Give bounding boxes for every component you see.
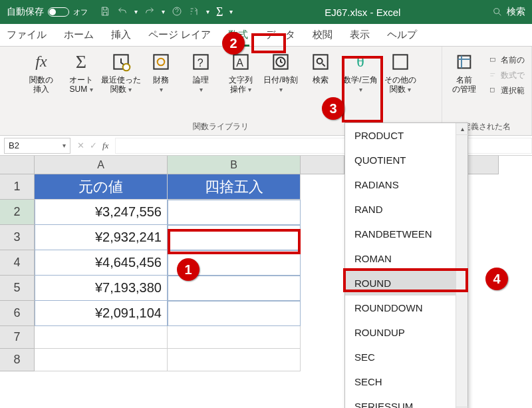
svg-rect-4: [154, 55, 168, 69]
cell-b7[interactable]: [168, 326, 301, 349]
formula-input[interactable]: [115, 138, 532, 154]
dropdown-item-radians[interactable]: RADIANS: [345, 172, 467, 197]
dropdown-item-quotient[interactable]: QUOTIENT: [345, 148, 467, 172]
tab-help[interactable]: ヘルプ: [386, 26, 418, 44]
svg-point-3: [123, 64, 130, 71]
undo-dropdown-icon[interactable]: ▾: [134, 9, 138, 15]
row-header-2[interactable]: 2: [0, 200, 35, 225]
cell-b2[interactable]: [168, 200, 301, 225]
cell-a6[interactable]: ¥2,091,104: [35, 301, 168, 326]
lookup-label: 検索: [313, 76, 329, 85]
autosave-toggle[interactable]: 自動保存 オフ: [7, 6, 88, 18]
qat-customize-icon[interactable]: ▾: [162, 9, 165, 15]
recent-icon: [108, 51, 134, 73]
sort-icon[interactable]: [189, 6, 200, 19]
select-all-corner[interactable]: [0, 156, 35, 174]
save-icon[interactable]: [100, 6, 110, 19]
callout-3: 3: [322, 97, 344, 120]
svg-rect-15: [458, 56, 471, 69]
row-header-3[interactable]: 3: [0, 225, 35, 250]
financial-label: 財務▾: [153, 76, 169, 95]
cell-a4[interactable]: ¥4,645,456: [35, 250, 168, 276]
tab-insert[interactable]: 挿入: [110, 26, 132, 44]
text-button[interactable]: A 文字列 操作 ▾: [223, 51, 259, 95]
search-box[interactable]: 検索: [492, 6, 525, 18]
cell-a7[interactable]: [35, 326, 168, 349]
dropdown-item-sech[interactable]: SECH: [345, 369, 467, 394]
more-icon: [388, 51, 413, 73]
logical-icon: ?: [188, 51, 213, 73]
title-bar: 自動保存 オフ ▾ ▾ ▾ Σ ▾ EJ67.xlsx - Excel 検索: [0, 0, 532, 24]
dropdown-item-seriessum[interactable]: SERIESSUM: [345, 394, 467, 408]
autosave-switch-icon: [48, 7, 69, 17]
tab-view[interactable]: 表示: [348, 26, 371, 44]
dropdown-item-round[interactable]: ROUND: [345, 271, 467, 296]
math-trig-button[interactable]: θ 数学/三角▾: [342, 51, 378, 95]
cancel-icon[interactable]: ✕: [77, 140, 84, 151]
cell-a2[interactable]: ¥3,247,556: [35, 200, 168, 225]
tab-home[interactable]: ホーム: [63, 26, 95, 44]
row-header-5[interactable]: 5: [0, 276, 35, 301]
tab-file[interactable]: ファイル: [5, 26, 48, 44]
col-header-a[interactable]: A: [35, 156, 168, 174]
name-box-dropdown-icon[interactable]: ▾: [63, 142, 66, 149]
fx-button[interactable]: fx: [102, 140, 108, 151]
insert-function-button[interactable]: fx 関数の 挿入: [23, 51, 59, 95]
cell-b3[interactable]: [168, 225, 301, 250]
cell-b1[interactable]: 四捨五入: [168, 174, 301, 200]
clock-icon: [268, 51, 293, 73]
row-header-1[interactable]: 1: [0, 174, 35, 200]
dropdown-item-rounddown[interactable]: ROUNDDOWN: [345, 296, 467, 320]
function-library-group-label: 関数ライブラリ: [193, 120, 249, 134]
lookup-button[interactable]: 検索: [303, 51, 338, 85]
svg-rect-16: [490, 58, 495, 61]
redo-icon[interactable]: [144, 6, 155, 19]
undo-icon[interactable]: [117, 6, 128, 19]
logical-button[interactable]: ? 論理▾: [183, 51, 219, 95]
dropdown-item-randbetween[interactable]: RANDBETWEEN: [345, 222, 467, 246]
row-header-4[interactable]: 4: [0, 250, 35, 276]
help-icon[interactable]: [172, 6, 182, 19]
more-functions-button[interactable]: その他の 関数 ▾: [382, 51, 418, 95]
svg-text:A: A: [236, 57, 243, 69]
use-in-formula-button[interactable]: 数式で: [489, 70, 525, 81]
name-box[interactable]: B2 ▾: [4, 138, 70, 154]
row-header-8[interactable]: 8: [0, 349, 35, 371]
datetime-label: 日付/時刻▾: [263, 76, 297, 95]
svg-point-13: [317, 59, 323, 64]
financial-button[interactable]: 財務▾: [143, 51, 179, 95]
datetime-button[interactable]: 日付/時刻▾: [263, 51, 299, 95]
dropdown-item-roman[interactable]: ROMAN: [345, 246, 467, 271]
scroll-up-icon[interactable]: ▴: [456, 123, 468, 135]
recent-functions-button[interactable]: 最近使った 関数 ▾: [103, 51, 139, 95]
autosum-button[interactable]: Σ オート SUM ▾: [63, 51, 99, 95]
col-header-b[interactable]: B: [168, 156, 301, 174]
sigma-icon[interactable]: Σ: [216, 5, 223, 19]
cell-a5[interactable]: ¥7,193,380: [35, 276, 168, 301]
dropdown-item-rand[interactable]: RAND: [345, 197, 467, 222]
cell-a1[interactable]: 元の値: [35, 174, 168, 200]
sort-dropdown-icon[interactable]: ▾: [206, 9, 209, 15]
row-header-6[interactable]: 6: [0, 301, 35, 326]
dropdown-item-product[interactable]: PRODUCT: [345, 123, 467, 148]
define-name-button[interactable]: 名前の: [489, 55, 525, 66]
tab-data[interactable]: データ: [264, 26, 297, 44]
name-manager-icon: [452, 51, 477, 73]
svg-point-1: [494, 9, 499, 14]
dropdown-item-roundup[interactable]: ROUNDUP: [345, 320, 467, 345]
tab-review[interactable]: 校閲: [311, 26, 334, 44]
cell-b6[interactable]: [168, 301, 301, 326]
enter-icon[interactable]: ✓: [90, 140, 97, 151]
cell-a8[interactable]: [35, 349, 168, 371]
dropdown-item-sec[interactable]: SEC: [345, 345, 467, 369]
create-from-selection-button[interactable]: 選択範: [489, 85, 525, 97]
name-manager-button[interactable]: 名前 の管理: [446, 51, 482, 95]
search-large-icon: [308, 51, 333, 73]
col-header-c[interactable]: [301, 156, 344, 174]
dropdown-scrollbar[interactable]: ▴ ▾: [456, 123, 467, 408]
more-label: その他の 関数 ▾: [384, 76, 416, 95]
tab-page-layout[interactable]: ページ レイア: [147, 26, 212, 44]
cell-b8[interactable]: [168, 349, 301, 371]
cell-a3[interactable]: ¥2,932,241: [35, 225, 168, 250]
row-header-7[interactable]: 7: [0, 326, 35, 349]
